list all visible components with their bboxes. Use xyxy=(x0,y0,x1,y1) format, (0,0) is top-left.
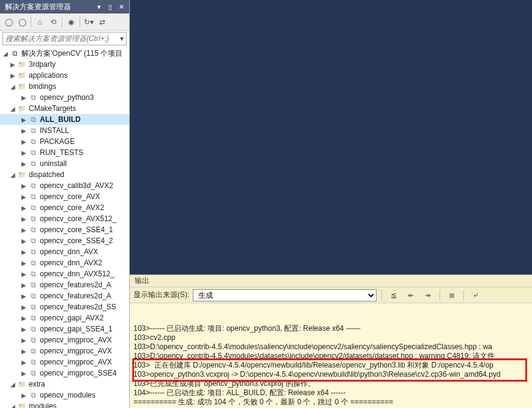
expander-icon[interactable]: ▶ xyxy=(20,304,28,311)
tree-item[interactable]: ▶⧉opencv_gapi_AVX2 xyxy=(0,312,129,323)
expander-icon[interactable]: ▶ xyxy=(20,94,28,101)
expander-icon[interactable]: ▶ xyxy=(20,359,28,366)
expander-icon[interactable]: ▶ xyxy=(20,116,28,123)
tree-item[interactable]: ◢📁dispatched xyxy=(0,169,129,180)
tree-item[interactable]: ▶⧉opencv_core_SSE4_1 xyxy=(0,224,129,235)
expander-icon[interactable]: ▶ xyxy=(20,227,28,233)
tree-item-label: CMakeTargets xyxy=(29,104,76,113)
expander-icon[interactable]: ▶ xyxy=(20,138,28,145)
search-box[interactable]: ▾ xyxy=(2,32,127,45)
search-dropdown-icon[interactable]: ▾ xyxy=(120,34,124,43)
expander-icon[interactable]: ▶ xyxy=(20,183,28,189)
expander-icon[interactable]: ▶ xyxy=(20,337,28,344)
tree-item[interactable]: ▶⧉opencv_calib3d_AVX2 xyxy=(0,180,129,191)
expander-icon[interactable]: ▶ xyxy=(20,161,28,167)
collapse-icon[interactable]: ⇄ xyxy=(96,16,108,28)
tree-item[interactable]: ▶⧉opencv_core_AVX2 xyxy=(0,202,129,213)
output-title: 输出 xyxy=(130,275,532,287)
tree-item[interactable]: ▶⧉opencv_python3 xyxy=(0,92,129,103)
back-icon[interactable]: ◯ xyxy=(2,16,15,28)
tree-item[interactable]: ▶⧉opencv_features2d_A xyxy=(0,279,129,290)
expander-icon[interactable]: ▶ xyxy=(20,127,28,134)
expander-icon[interactable]: ▶ xyxy=(20,216,28,222)
project-icon: ⧉ xyxy=(28,357,38,367)
expander-icon[interactable]: ▶ xyxy=(9,61,17,68)
expander-icon[interactable]: ▶ xyxy=(20,249,28,255)
search-input[interactable] xyxy=(6,34,120,43)
expander-icon[interactable]: ◢ xyxy=(9,403,17,409)
tree-item[interactable]: ▶📁3rdparty xyxy=(0,59,129,70)
expander-icon[interactable]: ▶ xyxy=(20,315,28,322)
expander-icon[interactable]: ▶ xyxy=(20,370,28,377)
solution-label: 解决方案'OpenCV' (115 个项目 xyxy=(21,48,122,59)
wrap-icon[interactable]: ⤶ xyxy=(469,289,482,301)
expander-icon[interactable]: ▶ xyxy=(20,260,28,266)
tree-item[interactable]: ▶⧉opencv_dnn_AVX512_ xyxy=(0,268,129,279)
tree-item[interactable]: ◢📁CMakeTargets xyxy=(0,103,129,114)
tree-item[interactable]: ▶⧉opencv_core_AVX xyxy=(0,191,129,202)
tree-item[interactable]: ▶⧉opencv_imgproc_SSE4 xyxy=(0,368,129,379)
find-icon[interactable]: ≦ xyxy=(387,289,400,301)
tree-item[interactable]: ▶⧉RUN_TESTS xyxy=(0,147,129,158)
tree-item[interactable]: ▶⧉opencv_features2d_A xyxy=(0,290,129,301)
sync-icon[interactable]: ⟲ xyxy=(47,16,59,28)
tree-item[interactable]: ▶⧉opencv_modules xyxy=(0,390,129,401)
expander-icon[interactable]: ▶ xyxy=(20,149,28,156)
solution-tree[interactable]: ◢ ⧉ 解决方案'OpenCV' (115 个项目 ▶📁3rdparty▶📁ap… xyxy=(0,47,129,408)
tree-item[interactable]: ▶⧉ALL_BUILD xyxy=(0,114,129,125)
expander-icon[interactable]: ◢ xyxy=(9,105,17,112)
project-icon: ⧉ xyxy=(28,390,38,400)
expander-icon[interactable]: ▶ xyxy=(20,348,28,355)
tree-item[interactable]: ▶⧉opencv_core_SSE4_2 xyxy=(0,235,129,246)
expander-icon[interactable]: ▶ xyxy=(20,238,28,244)
expander-icon[interactable]: ◢ xyxy=(9,83,17,90)
tree-item[interactable]: ▶⧉opencv_core_AVX512_ xyxy=(0,213,129,224)
tree-item[interactable]: ◢📁modules xyxy=(0,401,129,408)
tree-item[interactable]: ▶⧉INSTALL xyxy=(0,125,129,136)
tree-item[interactable]: ◢📁extra xyxy=(0,379,129,390)
expander-icon[interactable]: ▶ xyxy=(9,72,17,79)
output-text[interactable]: 103>------ 已启动生成: 项目: opencv_python3, 配置… xyxy=(130,303,532,408)
tree-item[interactable]: ◢📁bindings xyxy=(0,81,129,92)
tree-item[interactable]: ▶⧉opencv_dnn_AVX2 xyxy=(0,257,129,268)
tree-item-label: opencv_core_SSE4_2 xyxy=(40,236,113,245)
tree-item-label: opencv_imgproc_AVX xyxy=(40,336,112,344)
output-source-label: 显示输出来源(S): xyxy=(133,290,189,300)
expander-icon[interactable]: ▶ xyxy=(20,271,28,278)
forward-icon[interactable]: ◯ xyxy=(16,16,28,28)
project-icon: ⧉ xyxy=(28,302,38,312)
tree-item-label: PACKAGE xyxy=(40,137,75,146)
tree-item-label: opencv_core_AVX xyxy=(40,192,100,201)
dropdown-icon[interactable]: ▾ xyxy=(94,1,105,12)
tree-item[interactable]: ▶⧉opencv_dnn_AVX xyxy=(0,246,129,257)
expander-icon[interactable]: ▶ xyxy=(20,205,28,211)
output-source-select[interactable]: 生成 xyxy=(193,289,377,301)
expander-icon[interactable]: ▶ xyxy=(20,392,28,399)
tree-item[interactable]: ▶⧉opencv_features2d_SS xyxy=(0,301,129,312)
goto-prev-icon[interactable]: ↞ xyxy=(404,289,418,301)
tree-item[interactable]: ▶⧉opencv_imgproc_AVX xyxy=(0,357,129,368)
view-icon[interactable]: ◉ xyxy=(65,16,77,28)
close-icon[interactable]: ✕ xyxy=(116,1,127,12)
expander-icon[interactable]: ◢ xyxy=(1,50,10,57)
expander-icon[interactable]: ▶ xyxy=(20,282,28,289)
expander-icon[interactable]: ◢ xyxy=(9,381,17,388)
expander-icon[interactable]: ▶ xyxy=(20,293,28,300)
goto-next-icon[interactable]: ↠ xyxy=(421,289,435,301)
home-icon[interactable]: ⌂ xyxy=(34,16,46,28)
pin-icon[interactable]: ▯ xyxy=(105,1,116,12)
clear-icon[interactable]: ≣ xyxy=(445,289,459,301)
tree-item-label: opencv_dnn_AVX xyxy=(40,247,98,256)
expander-icon[interactable]: ▶ xyxy=(20,326,28,333)
tree-item[interactable]: ▶⧉uninstall xyxy=(0,158,129,169)
expander-icon[interactable]: ◢ xyxy=(9,172,17,178)
tree-item[interactable]: ▶⧉opencv_gapi_SSE4_1 xyxy=(0,323,129,334)
refresh-icon[interactable]: ↻▾ xyxy=(83,16,95,28)
tree-item[interactable]: ▶⧉PACKAGE xyxy=(0,136,129,147)
tree-item[interactable]: ▶⧉opencv_imgproc_AVX xyxy=(0,346,129,357)
solution-root[interactable]: ◢ ⧉ 解决方案'OpenCV' (115 个项目 xyxy=(0,48,129,59)
tree-item-label: opencv_imgproc_AVX xyxy=(40,358,112,366)
expander-icon[interactable]: ▶ xyxy=(20,194,28,200)
tree-item[interactable]: ▶⧉opencv_imgproc_AVX xyxy=(0,334,129,346)
tree-item[interactable]: ▶📁applications xyxy=(0,70,129,81)
